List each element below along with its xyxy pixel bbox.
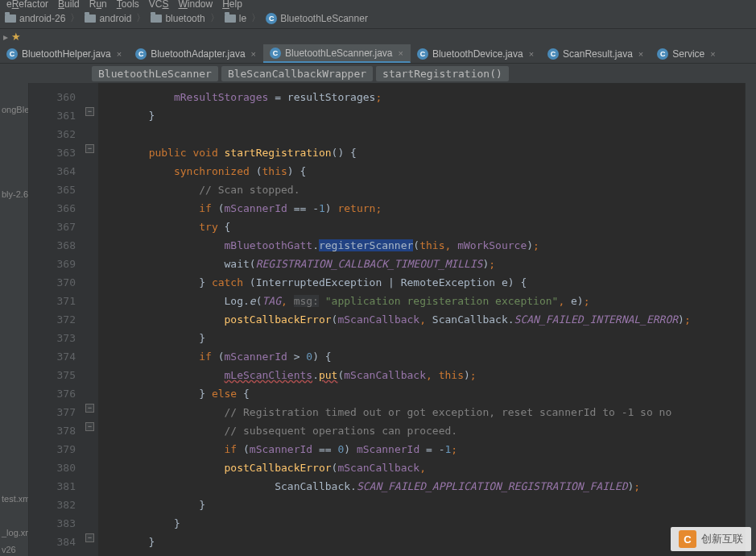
project-item[interactable] xyxy=(0,458,28,475)
project-item[interactable]: bly-2.6 xyxy=(0,188,28,205)
project-item[interactable]: v26 xyxy=(0,543,28,556)
menu-item[interactable]: Help xyxy=(222,0,242,10)
menu-item[interactable]: Build xyxy=(58,0,80,10)
navigation-breadcrumb: android-26〉android〉bluetooth〉le〉C Blueto… xyxy=(0,8,756,29)
structure-chip[interactable]: BluetoothLeScanner xyxy=(92,66,218,81)
editor-scrollbar[interactable] xyxy=(745,83,756,556)
expand-icon[interactable]: ▸ xyxy=(3,31,8,43)
code-line[interactable]: mResultStorages = resultStorages; xyxy=(98,88,745,106)
breadcrumb-segment[interactable]: android xyxy=(99,13,131,24)
breadcrumb-segment[interactable]: android-26 xyxy=(19,13,65,24)
project-item[interactable]: ongBle xyxy=(0,103,28,120)
watermark-logo-icon: C xyxy=(679,530,696,548)
code-line[interactable]: } xyxy=(98,106,745,125)
project-panel[interactable]: ongBlebly-2.6test.xml_log.xmv26 xyxy=(0,83,29,556)
structure-chip[interactable]: startRegistration() xyxy=(376,66,509,81)
star-icon[interactable]: ★ xyxy=(11,31,21,43)
editor-tab[interactable]: CBluetoothDevice.java× xyxy=(411,44,541,63)
code-line[interactable]: mLeScanClients.put(mScanCallback, this); xyxy=(98,366,745,384)
project-item[interactable] xyxy=(0,408,28,425)
menu-item[interactable]: VCS xyxy=(149,0,169,10)
project-item[interactable] xyxy=(0,255,28,272)
project-item[interactable] xyxy=(0,357,28,374)
fold-toggle-icon[interactable]: − xyxy=(85,404,94,413)
project-item[interactable] xyxy=(0,171,28,188)
menu-item[interactable]: Run xyxy=(89,0,107,10)
menu-item[interactable]: eRefactor xyxy=(6,0,48,10)
code-line[interactable]: // Scan stopped. xyxy=(98,180,745,199)
code-line[interactable]: try { xyxy=(98,218,745,236)
code-line[interactable]: mBluetoothGatt.registerScanner(this, mWo… xyxy=(98,236,745,255)
project-item[interactable] xyxy=(0,86,28,103)
project-item[interactable] xyxy=(0,340,28,357)
close-icon[interactable]: × xyxy=(638,49,643,59)
menu-item[interactable]: Tools xyxy=(117,0,139,10)
code-line[interactable]: if (mScannerId == -1) return; xyxy=(98,199,745,218)
project-item[interactable] xyxy=(0,205,28,222)
editor-tab[interactable]: CBluetoothHelper.java× xyxy=(0,44,129,63)
editor-tab[interactable]: CService× xyxy=(651,44,722,63)
code-line[interactable]: // Registration timed out or got excepti… xyxy=(98,403,745,421)
project-item[interactable] xyxy=(0,509,28,526)
project-item[interactable] xyxy=(0,289,28,306)
project-item[interactable] xyxy=(0,137,28,154)
editor-tab[interactable]: CBluetoothLeScanner.java× xyxy=(263,44,411,63)
code-line[interactable]: } xyxy=(98,329,745,347)
structure-chip[interactable]: BleScanCallbackWrapper xyxy=(221,66,373,81)
project-item[interactable] xyxy=(0,323,28,340)
editor-tab[interactable]: CBluetoothAdapter.java× xyxy=(129,44,263,63)
project-item[interactable] xyxy=(0,222,28,239)
code-line[interactable]: } xyxy=(98,514,745,533)
code-line[interactable]: postCallbackError(mScanCallback, xyxy=(98,458,745,477)
code-editor[interactable]: mResultStorages = resultStorages; } publ… xyxy=(98,83,745,556)
fold-column[interactable]: −−−−− xyxy=(82,83,98,556)
project-item[interactable] xyxy=(0,374,28,391)
project-item[interactable] xyxy=(0,306,28,323)
breadcrumb-segment[interactable]: bluetooth xyxy=(165,13,204,24)
code-line[interactable]: // subsequent operations can proceed. xyxy=(98,421,745,440)
project-item[interactable] xyxy=(0,154,28,171)
code-line[interactable]: Log.e(TAG, msg: "application registerati… xyxy=(98,292,745,310)
line-number: 362 xyxy=(29,125,76,143)
code-line[interactable]: } xyxy=(98,496,745,514)
line-number: 365 xyxy=(29,180,76,199)
fold-toggle-icon[interactable]: − xyxy=(85,422,94,431)
project-item[interactable]: test.xml xyxy=(0,492,28,509)
code-line[interactable] xyxy=(98,551,745,556)
editor-tab[interactable]: CScanResult.java× xyxy=(541,44,651,63)
code-line[interactable]: public void startRegistration() { xyxy=(98,143,745,162)
fold-toggle-icon[interactable]: − xyxy=(85,107,94,116)
project-item[interactable]: _log.xm xyxy=(0,526,28,543)
breadcrumb-segment[interactable]: le xyxy=(239,13,246,24)
breadcrumb-separator-icon: 〉 xyxy=(136,11,146,25)
breadcrumb-class[interactable]: BluetoothLeScanner xyxy=(280,13,368,24)
close-icon[interactable]: × xyxy=(251,49,256,59)
line-number: 382 xyxy=(29,496,76,514)
menu-item[interactable]: Window xyxy=(179,0,213,10)
fold-toggle-icon[interactable]: − xyxy=(85,533,94,542)
fold-toggle-icon[interactable]: − xyxy=(85,144,94,153)
close-icon[interactable]: × xyxy=(117,49,122,59)
code-line[interactable]: postCallbackError(mScanCallback, ScanCal… xyxy=(98,310,745,329)
close-icon[interactable]: × xyxy=(398,48,403,58)
project-item[interactable] xyxy=(0,391,28,408)
code-line[interactable]: wait(REGISTRATION_CALLBACK_TIMEOUT_MILLI… xyxy=(98,255,745,273)
close-icon[interactable]: × xyxy=(529,49,534,59)
project-item[interactable] xyxy=(0,425,28,442)
code-line[interactable]: ScanCallback.SCAN_FAILED_APPLICATION_REG… xyxy=(98,477,745,496)
code-line[interactable]: } else { xyxy=(98,384,745,403)
project-item[interactable] xyxy=(0,475,28,492)
code-line[interactable]: } xyxy=(98,533,745,551)
project-item[interactable] xyxy=(0,239,28,255)
watermark-badge: C 创新互联 xyxy=(671,527,751,551)
code-line[interactable] xyxy=(98,125,745,143)
breadcrumb-separator-icon: 〉 xyxy=(70,11,80,25)
code-line[interactable]: if (mScannerId == 0) mScannerId = -1; xyxy=(98,440,745,458)
project-item[interactable] xyxy=(0,272,28,289)
project-item[interactable] xyxy=(0,120,28,137)
project-item[interactable] xyxy=(0,442,28,458)
close-icon[interactable]: × xyxy=(710,49,715,59)
code-line[interactable]: } catch (InterruptedException | RemoteEx… xyxy=(98,273,745,292)
code-line[interactable]: if (mScannerId > 0) { xyxy=(98,347,745,366)
code-line[interactable]: synchronized (this) { xyxy=(98,162,745,180)
